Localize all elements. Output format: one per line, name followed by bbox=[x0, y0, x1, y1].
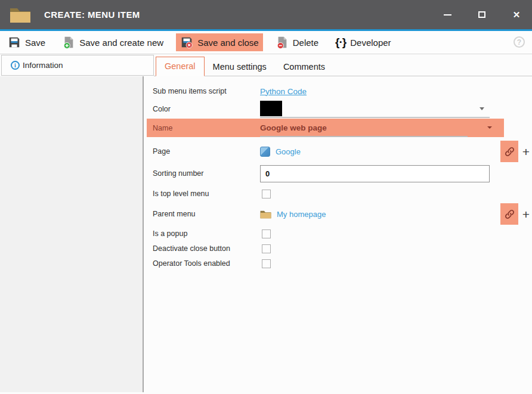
delete-button[interactable]: Delete bbox=[271, 33, 323, 51]
field-label: Color bbox=[153, 105, 260, 113]
delete-icon bbox=[276, 36, 289, 49]
help-icon[interactable]: ? bbox=[514, 36, 525, 48]
minimize-icon[interactable] bbox=[443, 10, 452, 20]
is-a-popup-checkbox[interactable] bbox=[262, 229, 271, 238]
developer-icon: {·} bbox=[335, 36, 346, 49]
save-new-icon bbox=[62, 36, 75, 49]
tab-comments[interactable]: Comments bbox=[275, 58, 333, 76]
title-bar: CREATE: MENU ITEM ✕ bbox=[0, 0, 532, 31]
chain-link-icon bbox=[504, 146, 515, 157]
field-sorting-number: Sorting number bbox=[144, 165, 532, 182]
save-and-close-button[interactable]: Save and close bbox=[176, 33, 263, 51]
link-record-button[interactable] bbox=[500, 203, 518, 225]
field-label: Page bbox=[153, 147, 260, 156]
python-code-link[interactable]: Python Code bbox=[260, 87, 307, 96]
field-operator-tools-enabled: Operator Tools enabled bbox=[144, 258, 532, 269]
field-sub-menu-items-script: Sub menu items script Python Code bbox=[144, 83, 532, 99]
tab-strip: i Information General Menu settings Comm… bbox=[0, 54, 532, 76]
tab-menu-settings[interactable]: Menu settings bbox=[205, 58, 275, 76]
field-deactivate-close-button: Deactivate close button bbox=[144, 243, 532, 255]
parent-menu-link[interactable]: My homepage bbox=[277, 210, 326, 219]
folder-icon bbox=[260, 210, 271, 219]
name-dropdown[interactable]: Google web page bbox=[260, 123, 490, 132]
field-label: Is a popup bbox=[153, 229, 260, 238]
chain-link-icon bbox=[504, 209, 515, 220]
link-record-button[interactable] bbox=[500, 141, 518, 162]
tab-general[interactable]: General bbox=[156, 57, 205, 76]
field-is-a-popup: Is a popup bbox=[144, 228, 532, 240]
save-button[interactable]: Save bbox=[4, 33, 50, 51]
sidebar-item-information[interactable]: i Information bbox=[1, 55, 154, 76]
maximize-icon[interactable] bbox=[477, 10, 487, 20]
field-parent-menu: Parent menu My homepage bbox=[144, 203, 532, 225]
close-icon[interactable]: ✕ bbox=[512, 10, 521, 20]
save-close-icon bbox=[180, 36, 193, 49]
field-label: Sub menu items script bbox=[153, 87, 260, 95]
sorting-number-input[interactable] bbox=[260, 165, 490, 182]
is-top-level-menu-checkbox[interactable] bbox=[262, 190, 271, 198]
operator-tools-enabled-checkbox[interactable] bbox=[262, 259, 271, 268]
save-and-create-new-button[interactable]: Save and create new bbox=[58, 33, 168, 51]
create-menu-item-window: CREATE: MENU ITEM ✕ Save Save an bbox=[0, 0, 532, 394]
name-value: Google web page bbox=[260, 123, 327, 132]
info-icon: i bbox=[11, 61, 20, 70]
field-page: Page Google + bbox=[144, 141, 532, 162]
field-label: Operator Tools enabled bbox=[153, 259, 260, 268]
field-label: Parent menu bbox=[153, 210, 260, 218]
toolbar: Save Save and create new Save and close bbox=[0, 31, 532, 54]
color-dropdown[interactable] bbox=[260, 100, 490, 118]
chevron-down-icon bbox=[487, 126, 492, 129]
deactivate-close-button-checkbox[interactable] bbox=[262, 244, 271, 253]
page-link[interactable]: Google bbox=[276, 147, 301, 156]
field-name: Name Google web page bbox=[144, 119, 532, 137]
name-underline bbox=[260, 136, 468, 137]
field-is-top-level-menu: Is top level menu bbox=[144, 188, 532, 200]
color-swatch bbox=[260, 101, 282, 116]
window-title: CREATE: MENU ITEM bbox=[44, 10, 140, 20]
add-record-button[interactable]: + bbox=[520, 145, 532, 158]
add-record-button[interactable]: + bbox=[520, 208, 532, 221]
general-tab-content: Sub menu items script Python Code Color … bbox=[144, 76, 532, 392]
save-icon bbox=[8, 36, 21, 49]
page-icon bbox=[260, 147, 270, 157]
window-body: Sub menu items script Python Code Color … bbox=[0, 76, 532, 392]
tabs: General Menu settings Comments bbox=[154, 54, 532, 76]
folder-icon bbox=[10, 7, 31, 23]
chevron-down-icon bbox=[480, 107, 484, 110]
side-panel bbox=[0, 76, 144, 392]
field-label: Is top level menu bbox=[153, 190, 260, 198]
window-controls: ✕ bbox=[443, 10, 521, 20]
field-label: Name bbox=[153, 124, 260, 132]
field-label: Deactivate close button bbox=[153, 244, 260, 253]
developer-button[interactable]: {·} Developer bbox=[331, 34, 395, 51]
field-color: Color bbox=[144, 99, 532, 119]
sidebar-header-area: i Information bbox=[0, 54, 154, 76]
field-label: Sorting number bbox=[153, 169, 260, 178]
